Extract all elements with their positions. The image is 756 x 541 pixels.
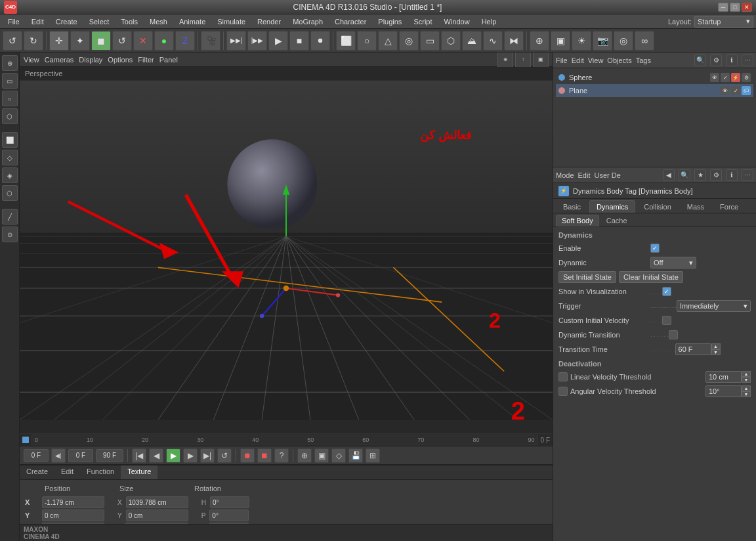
tool-x[interactable]: ✕ [133,31,153,51]
key-btn[interactable]: ◇ [331,448,346,463]
menu-mograph[interactable]: MoGraph [287,16,328,27]
linear-vel-input[interactable] [705,371,742,383]
menu-file[interactable]: File [3,16,25,27]
goto-prev-btn[interactable]: ◀ [149,448,163,463]
loop-btn[interactable]: ↺ [217,448,232,463]
attr-search[interactable]: 🔍 [679,169,690,181]
tool-edit3[interactable]: ⬡ [2,185,18,201]
viewport-menu-cameras[interactable]: Cameras [45,56,74,64]
subtab-softbody[interactable]: Soft Body [556,215,599,227]
disk-btn[interactable]: 💾 [348,448,363,463]
tool-edit1[interactable]: ◇ [2,150,18,165]
menu-character[interactable]: Character [329,16,371,27]
scene-btn[interactable]: ⬡ [441,31,461,51]
attr-info[interactable]: ℹ [726,169,738,181]
rec2-btn[interactable]: ⏹ [257,448,272,463]
tool-z[interactable]: Z [175,31,195,51]
goto-start-btn[interactable]: |◀ [132,448,146,463]
sphere-check-icon[interactable]: ✓ [721,73,730,82]
tool-paint[interactable]: ⬜ [2,132,18,148]
vp-icons-1[interactable]: ⊕ [497,53,513,68]
tr-tab-edit[interactable]: Edit [54,465,80,479]
show-viz-checkbox[interactable] [662,287,671,296]
play2-btn[interactable]: |▶▶ [247,31,267,51]
torus-btn[interactable]: ◎ [399,31,419,51]
menu-plugins[interactable]: Plugins [373,16,407,27]
tab-collision[interactable]: Collision [637,200,679,213]
dynamic-dropdown[interactable]: Off ▾ [650,257,696,269]
menu-create[interactable]: Create [51,16,83,27]
light-btn[interactable]: ☀ [572,31,591,51]
menu-window[interactable]: Window [439,16,475,27]
rotate-button[interactable]: ↺ [112,31,132,51]
y-size-input[interactable] [126,509,188,521]
obj-settings-btn[interactable]: ⚙ [710,54,722,66]
play3-btn[interactable]: ▶ [268,31,288,51]
menu-render[interactable]: Render [252,16,286,27]
p-rot-input[interactable] [209,509,249,521]
tool-connect[interactable]: ⊙ [2,227,18,242]
attr-menu-mode[interactable]: Mode [556,171,574,179]
landscape-btn[interactable]: ⛰ [462,31,482,51]
sphere-tag-icon[interactable]: ⚡ [731,73,740,82]
cam-btn[interactable]: 📷 [593,31,612,51]
attr-nav-back[interactable]: ◀ [663,169,675,181]
linear-vel-checkbox[interactable] [558,372,568,381]
tool-sel3[interactable]: ⬡ [2,108,18,124]
sphere-btn[interactable]: ○ [357,31,377,51]
camera-btn[interactable]: 🎥 [201,31,220,51]
goto-next-btn[interactable]: ▶ [183,448,198,463]
viewport-menu-view[interactable]: View [24,56,39,64]
obj-menu-file[interactable]: File [556,56,568,64]
deformer-btn[interactable]: ⧓ [504,31,524,51]
tool-edit2[interactable]: ◈ [2,167,18,183]
attr-menu-userdata[interactable]: User De [595,171,621,179]
tab-basic[interactable]: Basic [556,200,588,213]
start-frame-input[interactable] [68,449,93,462]
tab-mass[interactable]: Mass [680,200,711,213]
x-size-input[interactable] [126,496,188,508]
attr-bookmark[interactable]: ★ [694,169,706,181]
minimize-button[interactable]: ─ [718,3,728,12]
h-rot-input[interactable] [210,496,249,508]
object-sphere[interactable]: Sphere 👁 ✓ ⚡ ⚙ [556,71,753,84]
redo-button[interactable]: ↻ [24,31,43,51]
tool-move[interactable]: ⊕ [2,55,18,71]
x-pos-input[interactable] [42,496,104,508]
tool-sel2[interactable]: ○ [2,91,18,106]
rec-btn[interactable]: ⏺ [240,448,255,463]
dyn-trans-checkbox[interactable] [669,330,678,339]
plane-tag-icon[interactable]: 🏷 [742,86,751,95]
menu-select[interactable]: Select [84,16,115,27]
close-button[interactable]: ✕ [742,3,752,12]
obj-menu-view[interactable]: View [588,56,604,64]
menu-simulate[interactable]: Simulate [212,16,251,27]
angular-vel-stepper[interactable]: ▲ ▼ [742,385,751,397]
record-btn[interactable]: ⏺ [310,31,330,51]
vp-icons-3[interactable]: ▣ [533,53,549,68]
plane-btn[interactable]: ▭ [420,31,440,51]
lock-btn[interactable]: ⊞ [366,448,380,463]
menu-animate[interactable]: Animate [174,16,211,27]
tr-tab-texture[interactable]: Texture [121,465,158,479]
null-btn[interactable]: ◎ [614,31,633,51]
obj-more-btn[interactable]: ⋯ [742,54,753,66]
xpresso-btn[interactable]: ∞ [635,31,654,51]
play-btn[interactable]: ▶▶| [226,31,246,51]
set-initial-state-button[interactable]: Set Initial State [558,271,616,283]
viewport-menu-options[interactable]: Options [108,56,133,64]
obj-search-btn[interactable]: 🔍 [694,54,706,66]
undo-button[interactable]: ↺ [3,31,22,51]
select-button[interactable]: ✛ [49,31,69,51]
cube-btn[interactable]: ⬜ [336,31,356,51]
y-pos-input[interactable] [42,509,104,521]
tab-dynamics[interactable]: Dynamics [589,200,635,213]
end-frame-input[interactable] [96,449,123,462]
move3d-tl-btn[interactable]: ⊕ [297,448,312,463]
attr-menu-edit[interactable]: Edit [578,171,591,179]
group-tl-btn[interactable]: ▣ [314,448,329,463]
tool-spline[interactable]: ╱ [2,209,18,225]
prev-frame-btn[interactable]: ◀| [51,448,66,463]
linear-vel-stepper[interactable]: ▲ ▼ [742,371,751,383]
viewport-canvas[interactable]: Perspective [20,67,553,433]
